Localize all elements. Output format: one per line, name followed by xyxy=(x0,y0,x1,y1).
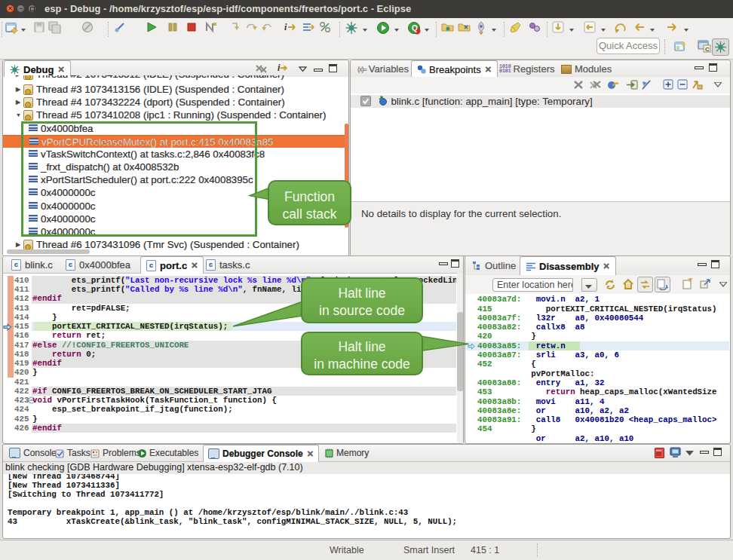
svg-text:i: i xyxy=(284,22,287,32)
svg-text:C: C xyxy=(705,46,710,53)
svg-text:Q: Q xyxy=(412,24,418,32)
